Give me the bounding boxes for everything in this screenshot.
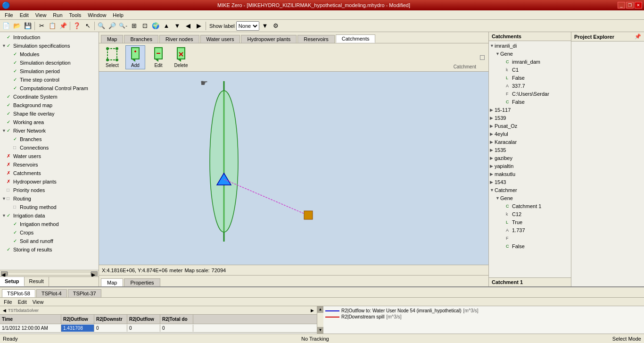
pan-right-button[interactable]: ▶ bbox=[194, 21, 204, 31]
right-tree-item-gazibey[interactable]: ▶gazibey bbox=[489, 154, 571, 162]
copy-button[interactable]: 📋 bbox=[47, 21, 58, 31]
menu-window[interactable]: Window bbox=[85, 11, 109, 19]
nav-tree-item-routing-method[interactable]: □Routing method bbox=[0, 203, 99, 211]
right-tree-item-f1[interactable]: FC:\Users\Serdar bbox=[489, 90, 571, 98]
tab-branches[interactable]: Branches bbox=[124, 35, 158, 43]
right-tree-item-catchment1[interactable]: CCatchment 1 bbox=[489, 202, 571, 210]
paste-button[interactable]: 📌 bbox=[58, 21, 68, 31]
tab-map[interactable]: Map bbox=[101, 35, 123, 43]
tab-result[interactable]: Result bbox=[25, 277, 49, 286]
right-tree-item-1535[interactable]: ▶1535 bbox=[489, 146, 571, 154]
right-tree-item-a1[interactable]: A337.7 bbox=[489, 82, 571, 90]
zoom-out-button[interactable]: 🔍- bbox=[118, 21, 128, 31]
nav-tree-item-background[interactable]: ✓Background map bbox=[0, 101, 99, 109]
help-button[interactable]: ❓ bbox=[72, 21, 82, 31]
right-tree-item-karacalar[interactable]: ▶Karacalar bbox=[489, 138, 571, 146]
right-tree-item-k2[interactable]: kC12 bbox=[489, 210, 571, 218]
rt-expand-15-117[interactable]: ▶ bbox=[490, 107, 495, 114]
zoom-area-button[interactable]: ⊡ bbox=[140, 21, 150, 31]
project-explorer-pin-icon[interactable]: 📌 bbox=[635, 33, 641, 40]
nav-tree-item-soil-runoff[interactable]: ✓Soil and runoff bbox=[0, 237, 99, 245]
ts-scroll-down[interactable]: ▶ bbox=[309, 308, 316, 313]
right-tree-item-imranli_dam[interactable]: Cimranli_dam bbox=[489, 58, 571, 66]
bottom-menu-file[interactable]: File bbox=[2, 299, 14, 305]
zoom-fit-button[interactable]: ⊞ bbox=[129, 21, 139, 31]
restore-button[interactable]: ❐ bbox=[626, 2, 634, 8]
right-tree-item-k1[interactable]: kC1 bbox=[489, 66, 571, 74]
expand-routing[interactable]: ▼ bbox=[2, 195, 7, 202]
right-tree-item-1543[interactable]: ▶1543 bbox=[489, 178, 571, 186]
right-tree-item-gene2[interactable]: ▼Gene bbox=[489, 194, 571, 202]
right-tree-item-cfalse1[interactable]: CFalse bbox=[489, 98, 571, 106]
left-scroll-right[interactable]: ▶ bbox=[91, 271, 98, 276]
nav-tree-item-modules[interactable]: ✓Modules bbox=[0, 50, 99, 59]
nav-tree-item-sim-period[interactable]: ✓Simulation period bbox=[0, 67, 99, 75]
tab-catchments[interactable]: Catchments bbox=[336, 34, 376, 43]
menu-run[interactable]: Run bbox=[50, 11, 65, 19]
right-tree-item-cfalse2[interactable]: CFalse bbox=[489, 243, 571, 251]
nav-tree-item-shape[interactable]: ✓Shape file overlay bbox=[0, 109, 99, 118]
rt-expand-yapialtin[interactable]: ▶ bbox=[490, 163, 495, 170]
map-canvas-area[interactable]: ☛ bbox=[99, 72, 488, 265]
nav-tree-item-priority-nodes[interactable]: □Priority nodes bbox=[0, 186, 99, 194]
right-tree-item-imranli_di[interactable]: ▼imranli_di bbox=[489, 42, 571, 50]
rt-expand-catchmer[interactable]: ▼ bbox=[490, 187, 495, 194]
save-button[interactable]: 💾 bbox=[23, 21, 33, 31]
right-tree-item-f2[interactable]: F bbox=[489, 234, 571, 243]
rt-expand-pusat_oz[interactable]: ▶ bbox=[490, 123, 495, 130]
tab-water-users[interactable]: Water users bbox=[200, 35, 240, 43]
menu-file[interactable]: File bbox=[2, 11, 16, 19]
left-scroll-track[interactable] bbox=[8, 272, 91, 276]
bottom-menu-view[interactable]: View bbox=[31, 299, 46, 305]
right-tree-item-pusat_oz[interactable]: ▶Pusat_Oz bbox=[489, 122, 571, 130]
tab-hydropower-plants[interactable]: Hydropower plants bbox=[241, 35, 297, 43]
pan-down-button[interactable]: ▼ bbox=[172, 21, 182, 31]
right-tree-item-4eylul[interactable]: ▶4eylul bbox=[489, 130, 571, 138]
show-label-select[interactable]: None bbox=[236, 21, 259, 31]
catchment-toolbar-expand[interactable] bbox=[480, 55, 485, 60]
new-button[interactable]: 📄 bbox=[1, 21, 11, 31]
nav-tree-item-river-network[interactable]: ▼✓River Network bbox=[0, 126, 99, 135]
open-button[interactable]: 📂 bbox=[12, 21, 22, 31]
catchment-select-button[interactable]: Select bbox=[103, 46, 122, 69]
tab-setup[interactable]: Setup bbox=[0, 277, 25, 286]
rt-expand-1535[interactable]: ▶ bbox=[490, 147, 495, 154]
nav-tree-item-coord[interactable]: ✓Coordinate System bbox=[0, 92, 99, 101]
left-scroll-bar[interactable]: ◀ ▶ bbox=[0, 270, 99, 276]
nav-tree-item-crops[interactable]: ✓Crops bbox=[0, 228, 99, 237]
menu-view[interactable]: View bbox=[33, 11, 50, 19]
right-tree-item-1539[interactable]: ▶1539 bbox=[489, 114, 571, 122]
rt-expand-gazibey[interactable]: ▶ bbox=[490, 155, 495, 162]
catchment-add-button[interactable]: Add bbox=[125, 45, 145, 69]
nav-tree-item-sim-specs[interactable]: ▼✓Simulation specifications bbox=[0, 42, 99, 50]
menu-tools[interactable]: Tools bbox=[66, 11, 84, 19]
nav-tree-item-routing[interactable]: ▼□Routing bbox=[0, 194, 99, 203]
map-tab-map[interactable]: Map bbox=[101, 278, 123, 286]
rt-expand-gene1[interactable]: ▼ bbox=[495, 50, 500, 58]
nav-tree-item-water-users[interactable]: ✗Water users bbox=[0, 152, 99, 160]
tb-extra-btn[interactable]: ▼ bbox=[260, 21, 270, 31]
ts-vertical-scrollbar[interactable]: ▲ ▼ bbox=[317, 306, 323, 334]
rt-expand-imranli_di[interactable]: ▼ bbox=[490, 42, 495, 50]
bottom-menu-edit[interactable]: Edit bbox=[16, 299, 29, 305]
cut-button[interactable]: ✂ bbox=[36, 21, 47, 31]
bottom-tab-tsplot58[interactable]: TSPlot-58 bbox=[2, 289, 35, 297]
rt-expand-1539[interactable]: ▶ bbox=[490, 115, 495, 122]
left-scroll-left[interactable]: ◀ bbox=[1, 271, 8, 276]
right-tree-item-15-117[interactable]: ▶15-117 bbox=[489, 106, 571, 114]
right-tree-item-true1[interactable]: LTrue bbox=[489, 218, 571, 226]
nav-tree-item-reservoirs[interactable]: ✗Reservoirs bbox=[0, 160, 99, 169]
nav-tree-item-sim-desc[interactable]: ✓Simulation description bbox=[0, 59, 99, 67]
minimize-button[interactable]: _ bbox=[618, 2, 625, 8]
nav-tree-item-connections[interactable]: □Connections bbox=[0, 143, 99, 152]
right-tree-item-yapialtin[interactable]: ▶yapialtin bbox=[489, 162, 571, 170]
nav-tree-item-hydropower[interactable]: ✗Hydropower plants bbox=[0, 177, 99, 186]
catchment-edit-button[interactable]: Edit bbox=[149, 46, 168, 69]
rt-expand-gene2[interactable]: ▼ bbox=[495, 195, 500, 202]
rt-expand-4eylul[interactable]: ▶ bbox=[490, 131, 495, 138]
nav-tree-item-introduction[interactable]: ✓Introduction bbox=[0, 33, 99, 42]
ts-scroll-track[interactable] bbox=[317, 313, 323, 327]
right-tree-item-maksutlu[interactable]: ▶maksutlu bbox=[489, 170, 571, 178]
nav-tree-item-irrigation[interactable]: ▼✓Irrigation data bbox=[0, 211, 99, 220]
nav-tree-item-time-step[interactable]: ✓Time step control bbox=[0, 75, 99, 84]
